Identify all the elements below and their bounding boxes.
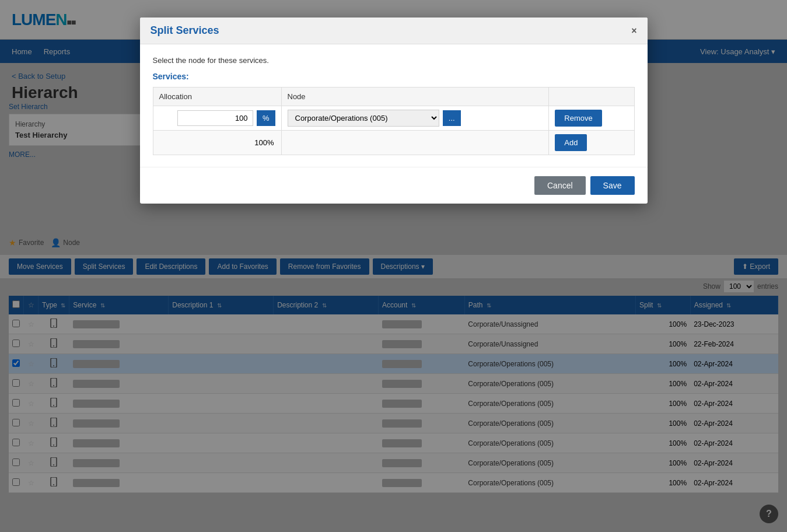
percent-button[interactable]: % [257,110,275,126]
node-select[interactable]: Corporate/Operations (005) Corporate/Una… [288,110,439,127]
modal-header: Split Services × [140,18,648,44]
modal-subtitle: Select the node for these services. [153,56,635,65]
col-allocation-header: Allocation [153,88,281,106]
split-services-modal: Split Services × Select the node for the… [140,18,648,204]
total-cell: 100% [153,131,281,155]
add-btn-cell: Add [549,131,634,155]
col-actions-header [549,88,634,106]
add-row-button[interactable]: Add [555,134,587,151]
allocation-row: % Corporate/Operations (005) Corporate/U… [153,106,634,131]
modal-title: Split Services [151,24,219,37]
services-label: Services: [153,72,635,81]
remove-row-button[interactable]: Remove [555,110,601,127]
total-row: 100% Add [153,131,634,155]
save-button[interactable]: Save [590,176,635,195]
allocation-input[interactable] [177,110,253,126]
modal-close-button[interactable]: × [631,26,636,36]
remove-cell: Remove [549,106,634,131]
col-node-header: Node [281,88,549,106]
allocation-table: Allocation Node % Corporate/Operations (… [153,87,635,155]
modal-body: Select the node for these services. Serv… [140,44,648,167]
add-cell [281,131,549,155]
modal-footer: Cancel Save [140,167,648,204]
node-cell: Corporate/Operations (005) Corporate/Una… [281,106,549,131]
allocation-cell: % [153,106,281,131]
browse-button[interactable]: ... [443,110,461,126]
cancel-button[interactable]: Cancel [534,176,586,195]
